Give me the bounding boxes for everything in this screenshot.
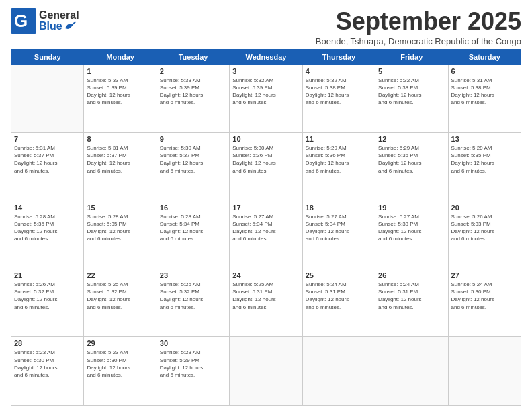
day-number: 13: [451, 135, 518, 143]
day-number: 1: [87, 67, 153, 75]
day-number: 14: [14, 203, 81, 212]
calendar-cell: 24Sunrise: 5:25 AM Sunset: 5:31 PM Dayli…: [230, 269, 302, 337]
day-number: 26: [378, 271, 445, 279]
calendar-cell: 3Sunrise: 5:32 AM Sunset: 5:39 PM Daylig…: [230, 64, 302, 132]
day-info: Sunrise: 5:25 AM Sunset: 5:32 PM Dayligh…: [87, 281, 153, 311]
month-title: September 2025: [316, 8, 521, 35]
calendar-cell: 19Sunrise: 5:27 AM Sunset: 5:33 PM Dayli…: [375, 201, 448, 269]
day-number: 10: [232, 135, 299, 143]
day-number: 28: [14, 339, 81, 347]
day-number: 18: [306, 203, 372, 212]
header: G General Blue September 2025: [11, 8, 521, 46]
day-info: Sunrise: 5:29 AM Sunset: 5:35 PM Dayligh…: [451, 144, 518, 175]
logo-name: General Blue: [39, 10, 79, 32]
day-info: Sunrise: 5:31 AM Sunset: 5:37 PM Dayligh…: [87, 144, 153, 175]
day-number: 2: [160, 67, 226, 75]
calendar-cell: 5Sunrise: 5:32 AM Sunset: 5:38 PM Daylig…: [375, 64, 448, 132]
weekday-header-friday: Friday: [375, 49, 448, 64]
calendar-cell: 9Sunrise: 5:30 AM Sunset: 5:37 PM Daylig…: [157, 133, 229, 201]
calendar-cell: 30Sunrise: 5:23 AM Sunset: 5:29 PM Dayli…: [157, 337, 229, 406]
day-info: Sunrise: 5:32 AM Sunset: 5:39 PM Dayligh…: [232, 77, 299, 107]
day-info: Sunrise: 5:26 AM Sunset: 5:32 PM Dayligh…: [14, 281, 81, 311]
calendar-cell: 16Sunrise: 5:28 AM Sunset: 5:34 PM Dayli…: [157, 201, 229, 269]
logo: G General Blue: [11, 8, 79, 34]
calendar-cell: 20Sunrise: 5:26 AM Sunset: 5:33 PM Dayli…: [448, 201, 521, 269]
weekday-header-sunday: Sunday: [11, 49, 84, 64]
calendar-week-3: 14Sunrise: 5:28 AM Sunset: 5:35 PM Dayli…: [11, 201, 521, 269]
calendar-week-4: 21Sunrise: 5:26 AM Sunset: 5:32 PM Dayli…: [11, 269, 521, 337]
calendar-week-1: 1Sunrise: 5:33 AM Sunset: 5:39 PM Daylig…: [11, 64, 521, 132]
day-number: 25: [306, 271, 372, 279]
calendar-cell: 21Sunrise: 5:26 AM Sunset: 5:32 PM Dayli…: [11, 269, 84, 337]
calendar-cell: 14Sunrise: 5:28 AM Sunset: 5:35 PM Dayli…: [11, 201, 84, 269]
page: G General Blue September 2025: [0, 0, 532, 411]
day-number: 7: [14, 135, 81, 143]
day-info: Sunrise: 5:27 AM Sunset: 5:34 PM Dayligh…: [232, 213, 299, 243]
calendar-cell: 15Sunrise: 5:28 AM Sunset: 5:35 PM Dayli…: [84, 201, 157, 269]
day-info: Sunrise: 5:27 AM Sunset: 5:33 PM Dayligh…: [378, 213, 445, 243]
day-info: Sunrise: 5:28 AM Sunset: 5:34 PM Dayligh…: [160, 213, 226, 243]
day-number: 16: [160, 203, 226, 212]
day-number: 9: [160, 135, 226, 143]
day-number: 29: [87, 339, 153, 347]
day-number: 15: [87, 203, 153, 212]
calendar-cell: 26Sunrise: 5:24 AM Sunset: 5:31 PM Dayli…: [375, 269, 448, 337]
calendar-cell: 23Sunrise: 5:25 AM Sunset: 5:32 PM Dayli…: [157, 269, 229, 337]
day-info: Sunrise: 5:24 AM Sunset: 5:31 PM Dayligh…: [306, 281, 372, 311]
day-number: 8: [87, 135, 153, 143]
day-number: 22: [87, 271, 153, 279]
day-number: 11: [306, 135, 372, 143]
day-info: Sunrise: 5:25 AM Sunset: 5:32 PM Dayligh…: [160, 281, 226, 311]
calendar-cell: [375, 337, 448, 406]
calendar-cell: 25Sunrise: 5:24 AM Sunset: 5:31 PM Dayli…: [302, 269, 375, 337]
calendar-cell: 1Sunrise: 5:33 AM Sunset: 5:39 PM Daylig…: [84, 64, 157, 132]
calendar-cell: 29Sunrise: 5:23 AM Sunset: 5:30 PM Dayli…: [84, 337, 157, 406]
day-number: 12: [378, 135, 445, 143]
day-number: 3: [232, 67, 299, 75]
day-info: Sunrise: 5:33 AM Sunset: 5:39 PM Dayligh…: [87, 77, 153, 107]
day-info: Sunrise: 5:25 AM Sunset: 5:31 PM Dayligh…: [232, 281, 299, 311]
weekday-header-monday: Monday: [84, 49, 157, 64]
day-info: Sunrise: 5:28 AM Sunset: 5:35 PM Dayligh…: [14, 213, 81, 243]
calendar-cell: 7Sunrise: 5:31 AM Sunset: 5:37 PM Daylig…: [11, 133, 84, 201]
calendar-cell: 4Sunrise: 5:32 AM Sunset: 5:38 PM Daylig…: [302, 64, 375, 132]
calendar-cell: [230, 337, 302, 406]
day-number: 5: [378, 67, 445, 75]
day-info: Sunrise: 5:23 AM Sunset: 5:29 PM Dayligh…: [160, 349, 226, 379]
calendar-cell: 12Sunrise: 5:29 AM Sunset: 5:36 PM Dayli…: [375, 133, 448, 201]
calendar-week-2: 7Sunrise: 5:31 AM Sunset: 5:37 PM Daylig…: [11, 133, 521, 201]
weekday-header-wednesday: Wednesday: [230, 49, 302, 64]
day-number: 21: [14, 271, 81, 279]
subtitle: Boende, Tshuapa, Democratic Republic of …: [316, 36, 521, 46]
calendar-cell: [302, 337, 375, 406]
calendar-cell: [448, 337, 521, 406]
calendar-cell: 17Sunrise: 5:27 AM Sunset: 5:34 PM Dayli…: [230, 201, 302, 269]
day-info: Sunrise: 5:31 AM Sunset: 5:38 PM Dayligh…: [451, 77, 518, 107]
day-number: 4: [306, 67, 372, 75]
logo-general-text: General: [39, 10, 79, 21]
weekday-header-saturday: Saturday: [448, 49, 521, 64]
day-info: Sunrise: 5:31 AM Sunset: 5:37 PM Dayligh…: [14, 144, 81, 175]
day-info: Sunrise: 5:24 AM Sunset: 5:31 PM Dayligh…: [378, 281, 445, 311]
weekday-header-row: SundayMondayTuesdayWednesdayThursdayFrid…: [11, 49, 521, 64]
calendar-cell: 13Sunrise: 5:29 AM Sunset: 5:35 PM Dayli…: [448, 133, 521, 201]
day-info: Sunrise: 5:33 AM Sunset: 5:39 PM Dayligh…: [160, 77, 226, 107]
calendar-cell: 6Sunrise: 5:31 AM Sunset: 5:38 PM Daylig…: [448, 64, 521, 132]
day-number: 17: [232, 203, 299, 212]
logo-icon: G: [11, 8, 36, 34]
calendar-cell: 10Sunrise: 5:30 AM Sunset: 5:36 PM Dayli…: [230, 133, 302, 201]
day-info: Sunrise: 5:29 AM Sunset: 5:36 PM Dayligh…: [378, 144, 445, 175]
logo-bird-icon: [64, 21, 76, 31]
day-number: 23: [160, 271, 226, 279]
svg-text:G: G: [14, 11, 28, 31]
calendar-week-5: 28Sunrise: 5:23 AM Sunset: 5:30 PM Dayli…: [11, 337, 521, 406]
calendar-cell: 2Sunrise: 5:33 AM Sunset: 5:39 PM Daylig…: [157, 64, 229, 132]
calendar-cell: [11, 64, 84, 132]
calendar-cell: 27Sunrise: 5:24 AM Sunset: 5:30 PM Dayli…: [448, 269, 521, 337]
day-info: Sunrise: 5:29 AM Sunset: 5:36 PM Dayligh…: [306, 144, 372, 175]
day-info: Sunrise: 5:30 AM Sunset: 5:36 PM Dayligh…: [232, 144, 299, 175]
calendar-cell: 8Sunrise: 5:31 AM Sunset: 5:37 PM Daylig…: [84, 133, 157, 201]
calendar-cell: 18Sunrise: 5:27 AM Sunset: 5:34 PM Dayli…: [302, 201, 375, 269]
day-number: 27: [451, 271, 518, 279]
calendar-table: SundayMondayTuesdayWednesdayThursdayFrid…: [11, 49, 521, 406]
